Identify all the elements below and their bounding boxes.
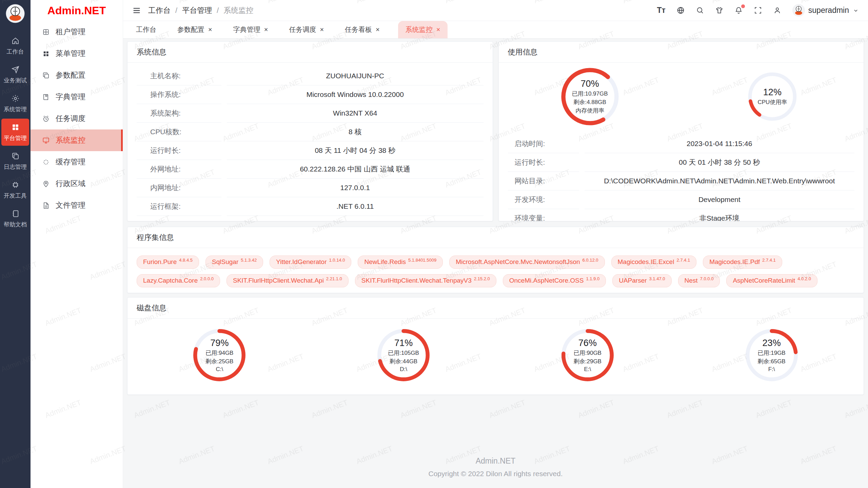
- tab-close-icon[interactable]: ×: [436, 26, 440, 34]
- content: 系统信息 主机名称:ZUOHUAIJUN-PC操作系统:Microsoft Wi…: [123, 39, 868, 488]
- tab-close-icon[interactable]: ×: [264, 26, 268, 34]
- desc-row: 运行框架:.NET 6.0.11: [137, 197, 484, 216]
- breadcrumb-item-1[interactable]: 平台管理: [182, 5, 212, 16]
- donut-gauge-E: 76%已用:90GB剩余:29GBE:\: [560, 328, 615, 383]
- tab-5[interactable]: 系统监控×: [398, 21, 448, 38]
- tenant-icon: [42, 28, 50, 36]
- theme-icon[interactable]: [715, 6, 724, 15]
- tab-0[interactable]: 工作台: [133, 21, 159, 38]
- tab-label: 字典管理: [233, 25, 260, 34]
- rail-item-3[interactable]: 平台管理: [1, 119, 29, 146]
- desc-row: 外网地址:60.222.128.26 中国 山西 运城 联通: [137, 160, 484, 179]
- sidebar-item-label: 文件管理: [56, 200, 85, 210]
- gauge-line: 已用:94GB: [205, 349, 233, 357]
- desc-value: 00 天 01 小时 38 分 50 秒: [585, 153, 855, 172]
- sidebar-item-6[interactable]: 缓存管理: [31, 151, 123, 173]
- user-menu[interactable]: superadmin: [792, 4, 859, 17]
- gauge-line: 剩余:65GB: [758, 358, 786, 365]
- gauge-line: 剩余:4.88GB: [573, 98, 606, 106]
- desc-label: 内网地址:: [137, 179, 221, 197]
- sidebar-item-3[interactable]: 字典管理: [31, 86, 123, 108]
- gauge-line: C:\: [216, 366, 223, 373]
- monk-avatar-icon: [5, 3, 25, 24]
- sidebar-item-label: 菜单管理: [56, 48, 85, 59]
- gauge-line: 已用:105GB: [388, 349, 419, 357]
- desc-value: D:\CODEWORK\Admin.NET\Admin.NET\Admin.NE…: [585, 172, 855, 190]
- sidebar-items: 租户管理菜单管理参数配置字典管理任务调度系统监控缓存管理行政区域文件管理: [31, 21, 123, 216]
- rail-item-1[interactable]: 业务测试: [1, 61, 29, 88]
- rail-item-label: 工作台: [7, 48, 24, 56]
- sidebar-item-label: 缓存管理: [56, 157, 85, 167]
- desc-label: 网站目录:: [508, 172, 579, 190]
- gauge-percent: 76%: [578, 338, 597, 348]
- tab-label: 工作台: [136, 25, 156, 34]
- rail-item-5[interactable]: 开发工具: [1, 176, 29, 203]
- gauge-column: 23%已用:19GB剩余:65GBF:\: [679, 328, 864, 383]
- tab-3[interactable]: 任务调度×: [286, 21, 327, 38]
- menu-grid-icon: [42, 50, 50, 58]
- rail-item-6[interactable]: 帮助文档: [1, 205, 29, 232]
- sidebar-item-7[interactable]: 行政区域: [31, 173, 123, 195]
- tab-close-icon[interactable]: ×: [208, 26, 212, 34]
- tab-4[interactable]: 任务看板×: [342, 21, 382, 38]
- sidebar-item-8[interactable]: 文件管理: [31, 195, 123, 216]
- sidebar-item-5[interactable]: 系统监控: [31, 129, 123, 151]
- breadcrumb-item-0[interactable]: 工作台: [148, 5, 171, 16]
- desc-row: 操作系统:Microsoft Windows 10.0.22000: [137, 85, 484, 104]
- gauge-center-text: 23%已用:19GB剩余:65GBF:\: [744, 328, 799, 383]
- package-name: Yitter.IdGenerator: [276, 258, 327, 266]
- main-area: 工作台/平台管理/系统监控 Tтsuperadmin 工作台参数配置×字典管理×…: [123, 0, 868, 488]
- notification-badge: [741, 4, 745, 8]
- rail-item-0[interactable]: 工作台: [1, 32, 29, 59]
- tab-close-icon[interactable]: ×: [320, 26, 324, 34]
- assembly-tag: Furion.Pure4.8.4.5: [137, 256, 199, 269]
- search-icon[interactable]: [696, 6, 704, 15]
- sidebar-item-2[interactable]: 参数配置: [31, 64, 123, 86]
- gauge-center-text: 76%已用:90GB剩余:29GBE:\: [560, 328, 615, 383]
- assembly-tags: Furion.Pure4.8.4.5SqlSugar5.1.3.42Yitter…: [127, 248, 864, 293]
- user-avatar: [792, 4, 805, 17]
- gauge-column: 76%已用:90GB剩余:29GBE:\: [496, 328, 680, 383]
- desc-row: CPU核数:8 核: [137, 123, 484, 141]
- package-version: 2.7.4.1: [676, 258, 690, 263]
- fullscreen-icon[interactable]: [754, 6, 762, 15]
- tab-close-icon[interactable]: ×: [376, 26, 380, 34]
- notification-icon[interactable]: [734, 6, 743, 15]
- cpu-icon: [11, 181, 20, 189]
- tab-1[interactable]: 参数配置×: [175, 21, 215, 38]
- desc-row: 运行时长:00 天 01 小时 38 分 50 秒: [508, 153, 855, 172]
- sidebar-item-1[interactable]: 菜单管理: [31, 43, 123, 64]
- gauge-column: 71%已用:105GB剩余:44GBD:\: [312, 328, 496, 383]
- rail-item-2[interactable]: 系统管理: [1, 90, 29, 117]
- language-icon[interactable]: [676, 6, 685, 15]
- package-name: Nest: [685, 277, 698, 284]
- donut-gauge-内存使用率: 70%已用:10.97GB剩余:4.88GB内存使用率: [560, 66, 620, 127]
- card-title: 系统信息: [127, 42, 493, 63]
- rail-item-4[interactable]: 日志管理: [1, 147, 29, 175]
- home-icon: [11, 37, 20, 45]
- collapse-menu-icon[interactable]: [132, 6, 141, 15]
- sidebar-item-0[interactable]: 租户管理: [31, 21, 123, 43]
- gauge-line: 已用:10.97GB: [572, 90, 608, 98]
- map-pin-icon: [42, 180, 50, 188]
- assembly-tag: Microsoft.AspNetCore.Mvc.NewtonsoftJson6…: [449, 256, 605, 269]
- sidebar-logo[interactable]: Admin.NET: [31, 0, 123, 21]
- grid-icon: [11, 123, 20, 131]
- package-version: 5.1.8401.5009: [408, 258, 436, 263]
- package-version: 6.0.12.0: [583, 258, 598, 263]
- profile-icon[interactable]: [773, 6, 782, 15]
- tab-label: 系统监控: [406, 25, 433, 34]
- gauge-center-text: 70%已用:10.97GB剩余:4.88GB内存使用率: [560, 66, 620, 127]
- usage-gauges: 70%已用:10.97GB剩余:4.88GB内存使用率12%CPU使用率: [499, 63, 864, 130]
- gauge-percent: 70%: [581, 79, 599, 89]
- gear-icon: [11, 94, 20, 103]
- tab-2[interactable]: 字典管理×: [231, 21, 271, 38]
- assembly-tag: SqlSugar5.1.3.42: [205, 256, 263, 269]
- font-size-icon[interactable]: Tт: [657, 6, 665, 15]
- app-avatar-logo[interactable]: [5, 3, 25, 24]
- sidebar-item-4[interactable]: 任务调度: [31, 108, 123, 129]
- package-name: Microsoft.AspNetCore.Mvc.NewtonsoftJson: [456, 258, 580, 266]
- breadcrumb-separator: /: [175, 6, 177, 15]
- assembly-tag: Yitter.IdGenerator1.0.14.0: [270, 256, 351, 269]
- assembly-info-card: 程序集信息 Furion.Pure4.8.4.5SqlSugar5.1.3.42…: [127, 227, 864, 293]
